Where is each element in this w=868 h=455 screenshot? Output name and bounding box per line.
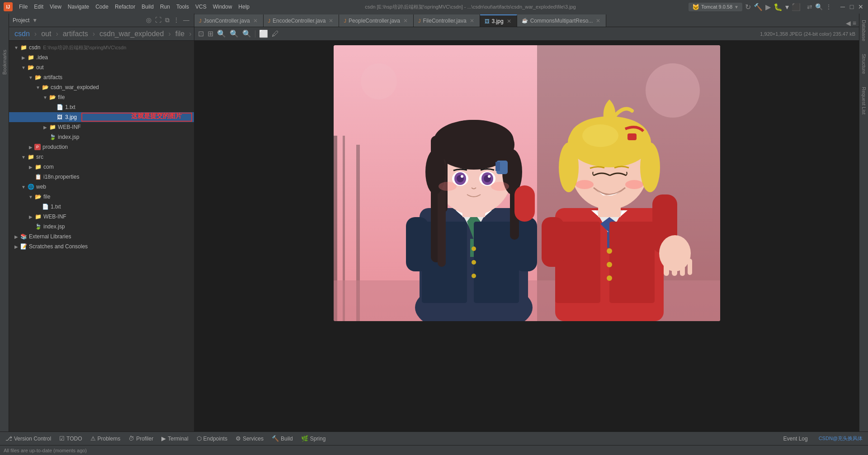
icon-webinf2: 📁	[34, 213, 42, 220]
menu-bar[interactable]: File Edit View Navigate Code Refactor Bu…	[16, 3, 252, 11]
tree-item-webinf2[interactable]: 📁 WEB-INF	[9, 212, 194, 222]
tree-item-webinf1[interactable]: 📁 WEB-INF	[9, 122, 194, 132]
tabs-more[interactable]: ≡	[853, 19, 856, 27]
tree-item-1txt2[interactable]: 📄 1.txt	[9, 202, 194, 212]
zoom-out[interactable]: 🔍	[230, 29, 239, 38]
tab-file-controller[interactable]: J FileController.java ✕	[414, 14, 480, 27]
tree-item-3jpg[interactable]: 🖼 3.jpg 这就是提交的图片	[9, 112, 194, 122]
breadcrumb-csdn[interactable]: csdn	[13, 29, 32, 39]
tree-item-1txt[interactable]: 📄 1.txt	[9, 102, 194, 112]
run-button[interactable]: ▶	[765, 3, 771, 11]
search-icon[interactable]: 🔍	[815, 3, 823, 10]
tree-item-war[interactable]: 📂 csdn_war_exploded	[9, 82, 194, 92]
minimize-button[interactable]: ─	[839, 3, 846, 10]
terminal-btn[interactable]: ▶ Terminal	[158, 433, 192, 445]
tab-people-controller[interactable]: J PeopleController.java ✕	[339, 14, 414, 27]
request-list-panel-label[interactable]: Request List	[861, 85, 867, 116]
hide-icon[interactable]: —	[182, 15, 190, 25]
menu-file[interactable]: File	[16, 3, 30, 11]
tree-item-indexjsp2[interactable]: 🍃 index.jsp	[9, 222, 194, 232]
project-tree[interactable]: 📁 csdn E:\hsp培训\后端框架\springMVC\csdn 📁 .i…	[9, 41, 194, 431]
menu-vcs[interactable]: VCS	[193, 3, 209, 11]
project-settings-icon[interactable]: ▼	[32, 17, 38, 24]
breadcrumb-file[interactable]: file	[174, 29, 186, 39]
tree-item-i18n[interactable]: 📋 i18n.properties	[9, 172, 194, 182]
tree-item-production[interactable]: P production	[9, 142, 194, 152]
tab-commons[interactable]: ☕ CommonsMultipartReso... ✕	[517, 14, 607, 27]
stop-button[interactable]: ⬛	[792, 3, 801, 11]
expand-icon[interactable]: ⛶	[154, 15, 162, 25]
menu-help[interactable]: Help	[236, 3, 252, 11]
tree-item-file-web[interactable]: 📂 file	[9, 192, 194, 202]
tree-item-web[interactable]: 🌐 web	[9, 182, 194, 192]
tree-item-ext-libs[interactable]: 📚 External Libraries	[9, 232, 194, 242]
tree-item-idea[interactable]: 📁 .idea	[9, 52, 194, 62]
services-btn[interactable]: ⚙ Services	[232, 433, 267, 445]
run-config[interactable]: 🐱 Tomcat 9.0.58 ▼	[689, 3, 742, 11]
menu-run[interactable]: Run	[157, 3, 173, 11]
maximize-button[interactable]: □	[848, 3, 855, 10]
tab-close-3jpg[interactable]: ✕	[506, 18, 512, 24]
tree-item-file-dir[interactable]: 📂 file	[9, 92, 194, 102]
tree-item-csdn[interactable]: 📁 csdn E:\hsp培训\后端框架\springMVC\csdn	[9, 43, 194, 52]
zoom-in[interactable]: 🔍	[217, 29, 226, 38]
tree-item-out[interactable]: 📂 out	[9, 62, 194, 72]
debug-button[interactable]: 🐛	[774, 3, 783, 11]
event-log-btn[interactable]: Event Log	[780, 433, 811, 445]
menu-build[interactable]: Build	[139, 3, 156, 11]
view-fit[interactable]: ⊞	[208, 29, 213, 38]
breadcrumb-artifacts[interactable]: artifacts	[61, 29, 90, 39]
menu-window[interactable]: Window	[210, 3, 235, 11]
todo-btn[interactable]: ☑ TODO	[56, 433, 85, 445]
menu-navigate[interactable]: Navigate	[65, 3, 92, 11]
right-side-panels: Database Structure Request List	[859, 14, 868, 431]
spring-btn[interactable]: 🌿 Spring	[297, 433, 330, 445]
problems-btn[interactable]: ⚠ Problems	[87, 433, 124, 445]
tab-close-commons[interactable]: ✕	[595, 18, 601, 24]
more-run-options[interactable]: ▾	[785, 3, 789, 11]
bookmarks-panel-label[interactable]: Bookmarks	[2, 50, 7, 75]
tab-3jpg[interactable]: 🖼 3.jpg ✕	[480, 14, 517, 27]
locate-icon[interactable]: ◎	[145, 15, 152, 25]
profiler-btn[interactable]: ⏱ Profiler	[125, 433, 157, 445]
tab-json-controller[interactable]: J JsonController.java ✕	[194, 14, 264, 27]
translate-icon[interactable]: ⇄	[807, 3, 812, 10]
zoom-fit[interactable]: 🔍	[242, 29, 251, 38]
tree-item-artifacts[interactable]: 📂 artifacts	[9, 72, 194, 82]
svg-point-49	[607, 262, 612, 267]
structure-panel-label[interactable]: Structure	[861, 52, 867, 76]
tree-item-src[interactable]: 📁 src	[9, 152, 194, 162]
endpoints-btn[interactable]: ⬡ Endpoints	[193, 433, 231, 445]
tab-close-encode[interactable]: ✕	[328, 18, 334, 24]
version-control-btn[interactable]: ⎇ Version Control	[2, 433, 55, 445]
menu-edit[interactable]: Edit	[31, 3, 46, 11]
menu-view[interactable]: View	[47, 3, 64, 11]
close-button[interactable]: ✕	[857, 3, 864, 10]
tab-encode-controller[interactable]: J EncodeController.java ✕	[264, 14, 340, 27]
tabs-scroll-left[interactable]: ◀	[846, 19, 851, 27]
tab-close-json[interactable]: ✕	[252, 18, 259, 24]
tab-close-file[interactable]: ✕	[469, 18, 475, 24]
database-panel-label[interactable]: Database	[861, 18, 867, 43]
eyedropper-icon[interactable]: 🖊	[272, 30, 279, 38]
breadcrumb-csdn-war[interactable]: csdn_war_exploded	[98, 29, 165, 39]
menu-tools[interactable]: Tools	[174, 3, 192, 11]
build-button[interactable]: 🔨	[754, 3, 763, 11]
open-in-window-icon[interactable]: ⧉	[164, 15, 170, 25]
icon-ext-libs: 📚	[20, 233, 27, 240]
tab-label-people: PeopleController.java	[349, 18, 400, 24]
refresh-button[interactable]: ↻	[745, 3, 751, 11]
view-actual-size[interactable]: ⊡	[198, 29, 204, 38]
more-options-icon[interactable]: ⋮	[826, 3, 832, 10]
crop-icon[interactable]: ⬜	[259, 29, 268, 38]
gear-icon[interactable]: ⋮	[172, 15, 180, 25]
tab-close-people[interactable]: ✕	[402, 18, 409, 24]
breadcrumb-out[interactable]: out	[39, 29, 53, 39]
tab-icon-encode: J	[268, 18, 271, 24]
tree-item-indexjsp1[interactable]: 🍃 index.jsp	[9, 132, 194, 142]
build-btn[interactable]: 🔨 Build	[268, 433, 297, 445]
menu-code[interactable]: Code	[93, 3, 111, 11]
menu-refactor[interactable]: Refactor	[112, 3, 138, 11]
tree-item-scratches[interactable]: 📝 Scratches and Consoles	[9, 242, 194, 251]
tree-item-com[interactable]: 📁 com	[9, 162, 194, 172]
